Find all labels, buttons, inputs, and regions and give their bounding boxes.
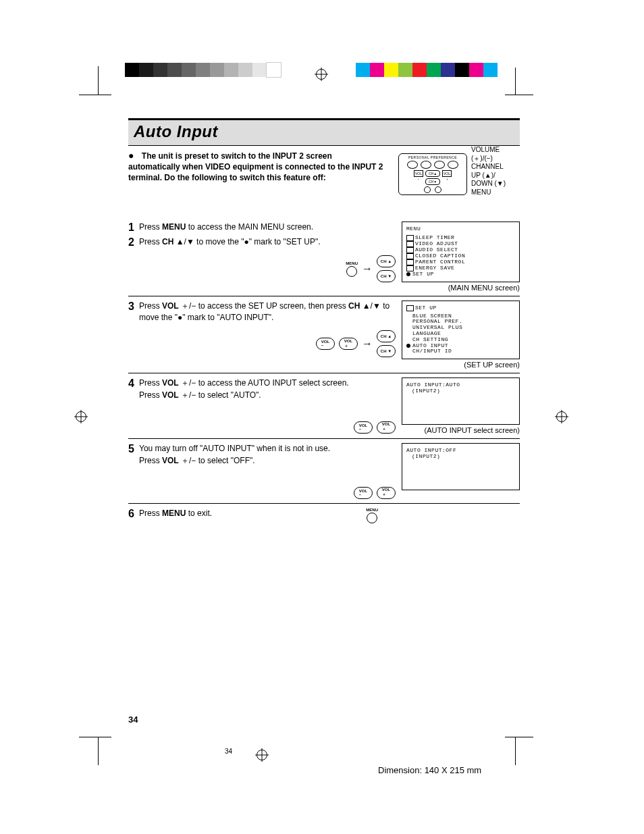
crop-mark: [505, 737, 533, 737]
screen-caption: (AUTO INPUT select screen): [402, 426, 520, 434]
vol-minus-button-icon: VOL −: [354, 421, 373, 434]
grayscale-colorbar: [125, 63, 281, 77]
auto-input-off-screen: AUTO INPUT:OFF (INPUT2): [402, 443, 520, 490]
screen-caption: (MAIN MENU screen): [402, 284, 520, 292]
crop-mark: [79, 95, 111, 95]
registration-mark-icon: [74, 410, 88, 423]
setup-screen: SET UPBLUE SCREENPERSONAL PREF.UNIVERSAL…: [402, 301, 520, 360]
vol-plus-button-icon: VOL ＋: [377, 487, 396, 499]
ch-up-button-icon: CH ▲: [377, 255, 396, 267]
remote-box-icon: PERSONAL PREFERENCE VOL− CH▲ VOL＋ CH▼: [398, 153, 467, 195]
remote-header: PERSONAL PREFERENCE: [399, 155, 466, 159]
crop-mark: [98, 66, 99, 95]
step-number: 4: [128, 377, 139, 401]
crop-mark: [98, 737, 99, 765]
crop-mark: [505, 95, 533, 95]
step-text: Press MENU to exit.: [139, 508, 212, 520]
registration-mark-icon: [255, 748, 269, 762]
ch-down-button-icon: CH ▼: [377, 270, 396, 282]
ch-up-button-icon: CH ▲: [377, 330, 396, 342]
section-title: Auto Input: [134, 122, 514, 141]
step-number: 3: [128, 301, 139, 324]
step-text: Press VOL ＋/− to access the SET UP scree…: [139, 301, 398, 324]
ch-down-button-icon: CH ▼: [377, 345, 396, 357]
intro-paragraph: ● The unit is preset to switch to the IN…: [128, 150, 385, 204]
step-number: 6: [128, 508, 139, 520]
button-diagram: MENU → CH ▲ CH ▼: [128, 255, 398, 282]
crop-mark: [515, 68, 516, 95]
page-number-small: 34: [225, 748, 232, 755]
step-number: 2: [128, 236, 139, 249]
registration-mark-icon: [315, 68, 328, 81]
vol-plus-button-icon: VOL ＋: [339, 338, 358, 350]
dimension-note: Dimension: 140 X 215 mm: [378, 765, 481, 775]
button-diagram: MENU: [366, 508, 378, 523]
auto-input-screen: AUTO INPUT:AUTO (INPUT2): [402, 377, 520, 425]
section-title-box: Auto Input: [128, 118, 520, 146]
arrow-right-icon: →: [362, 263, 373, 275]
vol-plus-button-icon: VOL ＋: [377, 421, 396, 434]
button-diagram: VOL − VOL ＋: [128, 421, 398, 434]
remote-diagram: PERSONAL PREFERENCE VOL− CH▲ VOL＋ CH▼ VO…: [398, 150, 520, 204]
step-text: Press MENU to access the MAIN MENU scree…: [139, 221, 313, 234]
crop-mark: [79, 737, 111, 737]
registration-mark-icon: [555, 410, 568, 423]
vol-minus-button-icon: VOL −: [354, 487, 373, 499]
vol-minus-button-icon: VOL −: [316, 338, 335, 350]
page-number: 34: [128, 714, 138, 725]
button-diagram: VOL − VOL ＋: [128, 487, 398, 499]
step-text: Press CH ▲/▼ to move the "●" mark to "SE…: [139, 236, 321, 249]
intro-text: The unit is preset to switch to the INPU…: [128, 151, 383, 182]
menu-button-icon: [346, 266, 357, 277]
bullet-icon: ●: [128, 150, 134, 161]
remote-side-labels: VOLUME (＋)/(−) CHANNEL UP (▲)/ DOWN (▼) …: [471, 146, 506, 197]
screen-caption: (SET UP screen): [402, 361, 520, 369]
step-number: 1: [128, 221, 139, 234]
step-number: 5: [128, 443, 139, 467]
main-menu-screen: MENUSLEEP TIMERVIDEO ADJUSTAUDIO SELECTC…: [402, 221, 520, 282]
button-diagram: VOL − VOL ＋ → CH ▲ CH ▼: [128, 330, 398, 357]
menu-button-icon: [367, 513, 377, 523]
step-text: You may turn off "AUTO INPUT" when it is…: [139, 443, 330, 467]
cmyk-colorbar: [356, 63, 498, 77]
step-text: Press VOL ＋/− to access the AUTO INPUT s…: [139, 377, 349, 401]
crop-mark: [515, 737, 516, 765]
arrow-right-icon: →: [362, 338, 373, 350]
